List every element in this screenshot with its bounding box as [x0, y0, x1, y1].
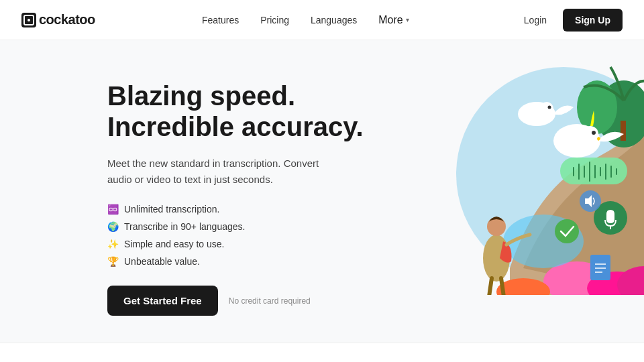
- svg-point-18: [592, 131, 596, 135]
- hero-content: Blazing speed. Incredible accuracy. Meet…: [107, 80, 376, 316]
- logo-icon: [21, 13, 36, 27]
- svg-point-2: [28, 19, 30, 21]
- get-started-button[interactable]: Get Started Free: [107, 286, 218, 316]
- nav-actions: Login Sign Up: [516, 9, 623, 32]
- feature-item: ✨ Simple and easy to use.: [107, 239, 376, 249]
- globe-icon: 🌍: [107, 221, 119, 232]
- login-button[interactable]: Login: [516, 9, 555, 31]
- svg-point-17: [582, 126, 598, 142]
- feature-item: 🌍 Transcribe in 90+ languages.: [107, 221, 376, 232]
- hero-cta: Get Started Free No credit card required: [107, 286, 376, 316]
- brand-logo[interactable]: cockatoo: [21, 12, 95, 27]
- trusted-section: TRUSTED BY 500000+ CUSTOMERS AND TEAMS O…: [0, 343, 644, 362]
- trophy-icon: 🏆: [107, 256, 119, 267]
- svg-rect-6: [621, 121, 626, 141]
- nav-features[interactable]: Features: [202, 15, 239, 25]
- nav-pricing[interactable]: Pricing: [260, 15, 289, 25]
- svg-rect-35: [590, 255, 610, 280]
- brand-name: cockatoo: [39, 12, 95, 27]
- no-credit-card-label: No credit card required: [229, 296, 311, 306]
- hero-description: Meet the new standard in transcription. …: [107, 156, 335, 188]
- sparkles-icon: ✨: [107, 239, 119, 249]
- svg-point-20: [540, 102, 553, 115]
- signup-button[interactable]: Sign Up: [563, 9, 623, 32]
- hero-illustration: [362, 54, 644, 295]
- navbar: cockatoo Features Pricing Languages More…: [0, 0, 644, 40]
- svg-point-34: [555, 219, 579, 243]
- infinity-icon: ♾️: [107, 204, 119, 215]
- nav-links: Features Pricing Languages More ▾: [202, 14, 409, 26]
- chevron-down-icon: ▾: [406, 16, 409, 23]
- nav-more[interactable]: More ▾: [378, 14, 409, 26]
- hero-section: Blazing speed. Incredible accuracy. Meet…: [0, 40, 644, 343]
- feature-item: 🏆 Unbeatable value.: [107, 256, 376, 267]
- nav-languages[interactable]: Languages: [311, 15, 357, 25]
- illustration-svg: [362, 54, 644, 295]
- svg-point-21: [548, 106, 551, 109]
- hero-title: Blazing speed. Incredible accuracy.: [107, 80, 376, 142]
- hero-features-list: ♾️ Unlimited transcription. 🌍 Transcribe…: [107, 204, 376, 267]
- feature-item: ♾️ Unlimited transcription.: [107, 204, 376, 215]
- svg-point-13: [487, 217, 506, 236]
